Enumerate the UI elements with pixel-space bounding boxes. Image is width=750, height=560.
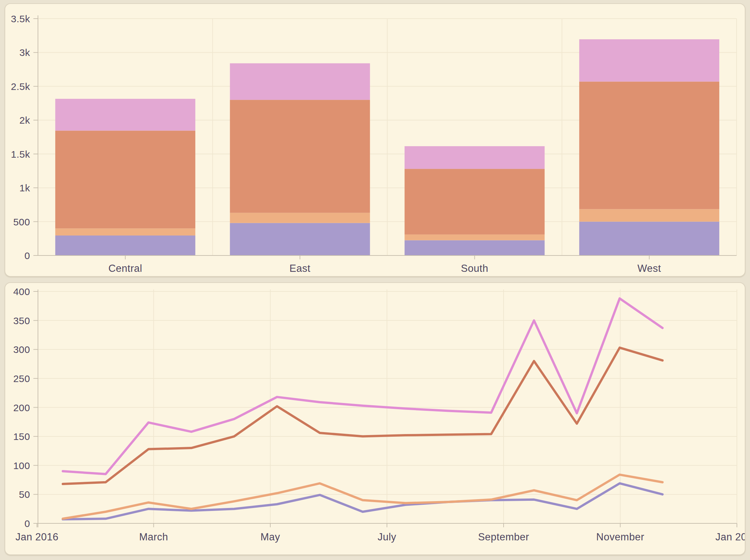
bar-segment-series-purple-west[interactable] <box>579 222 719 256</box>
y-tick-label: 50 <box>19 489 30 500</box>
x-tick-label: May <box>260 531 280 543</box>
y-tick-label: 3.5k <box>11 14 30 24</box>
y-tick-label: 0 <box>24 518 30 529</box>
y-tick-label: 300 <box>13 344 30 355</box>
line-series-pink[interactable] <box>63 298 663 474</box>
bar-segment-series-tan-south[interactable] <box>404 235 545 240</box>
category-label-west: West <box>637 263 661 274</box>
line-chart-card: 050100150200250300350400Jan 2016MarchMay… <box>5 282 745 555</box>
y-tick-label: 500 <box>13 217 30 227</box>
bar-segment-series-salmon-central[interactable] <box>55 131 195 228</box>
bar-segment-series-purple-south[interactable] <box>404 240 545 256</box>
category-label-east: East <box>290 263 311 274</box>
x-tick-label: March <box>139 531 168 543</box>
y-tick-label: 1k <box>19 182 30 193</box>
line-series-salmon[interactable] <box>63 348 663 484</box>
y-tick-label: 1.5k <box>11 149 30 160</box>
y-tick-label: 100 <box>13 460 30 471</box>
line-chart: 050100150200250300350400Jan 2016MarchMay… <box>5 283 745 555</box>
x-tick-label: November <box>596 531 644 543</box>
category-label-south: South <box>461 263 489 274</box>
y-tick-label: 2k <box>19 115 30 126</box>
bar-segment-series-pink-south[interactable] <box>404 146 545 169</box>
line-series-purple[interactable] <box>63 483 663 519</box>
y-tick-label: 400 <box>13 286 30 297</box>
x-tick-label: September <box>478 531 529 543</box>
x-tick-label: Jan 2016 <box>15 531 59 543</box>
bar-segment-series-pink-central[interactable] <box>55 99 195 131</box>
bar-segment-series-tan-west[interactable] <box>579 209 719 221</box>
stacked-bar-chart-card: 05001k1.5k2k2.5k3k3.5kCentralEastSouthWe… <box>5 3 745 277</box>
bar-segment-series-purple-east[interactable] <box>230 223 370 256</box>
y-tick-label: 150 <box>13 431 30 442</box>
stacked-bar-chart: 05001k1.5k2k2.5k3k3.5kCentralEastSouthWe… <box>5 4 745 276</box>
y-tick-label: 0 <box>24 250 30 261</box>
y-tick-label: 350 <box>13 315 30 326</box>
x-tick-label: July <box>378 531 396 543</box>
bar-segment-series-salmon-south[interactable] <box>404 169 545 235</box>
bar-segment-series-purple-central[interactable] <box>55 236 195 256</box>
bar-segment-series-pink-west[interactable] <box>579 39 719 81</box>
bar-segment-series-pink-east[interactable] <box>230 63 370 100</box>
category-label-central: Central <box>108 263 142 274</box>
y-tick-label: 3k <box>19 47 30 58</box>
y-tick-label: 250 <box>13 373 30 384</box>
bar-segment-series-salmon-east[interactable] <box>230 100 370 213</box>
y-tick-label: 2.5k <box>11 81 30 92</box>
y-tick-label: 200 <box>13 402 30 413</box>
bar-segment-series-salmon-west[interactable] <box>579 81 719 209</box>
bar-segment-series-tan-east[interactable] <box>230 213 370 223</box>
bar-segment-series-tan-central[interactable] <box>55 228 195 236</box>
x-tick-label: Jan 2017 <box>715 531 745 543</box>
